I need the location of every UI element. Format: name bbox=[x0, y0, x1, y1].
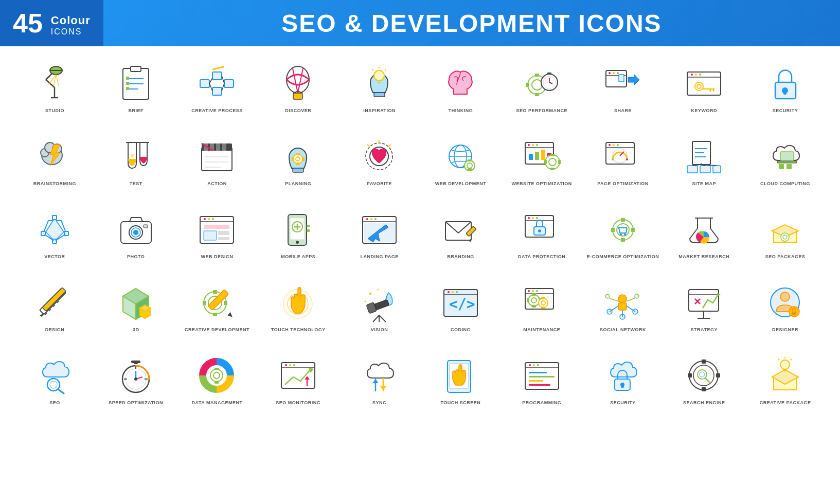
svg-rect-135 bbox=[700, 166, 710, 173]
icon-ecommerce-optimization[interactable]: E-COMMERCE OPTIMIZATION bbox=[584, 203, 663, 271]
thinking-icon bbox=[440, 63, 481, 104]
icon-sync[interactable]: SYNC bbox=[340, 349, 419, 417]
photo-label: PHOTO bbox=[127, 254, 145, 266]
icon-seo-packages[interactable]: SEO PACKAGES bbox=[746, 203, 825, 271]
svg-line-225 bbox=[373, 315, 379, 322]
icon-market-research[interactable]: MARKET RESEARCH bbox=[665, 203, 743, 271]
svg-point-237 bbox=[532, 290, 534, 292]
svg-point-220 bbox=[369, 293, 371, 295]
icon-programming[interactable]: PROGRAMMING bbox=[503, 349, 581, 417]
page-optimization-icon bbox=[602, 136, 644, 177]
icon-brainstorming[interactable]: BRAINSTORMING bbox=[15, 130, 94, 197]
inspiration-label: INSPIRATION bbox=[363, 108, 396, 120]
icon-page-optimization[interactable]: PAGE OPTIMIZATION bbox=[584, 130, 663, 197]
icon-seo-performance[interactable]: SEO PERFORMANCE bbox=[503, 57, 581, 124]
icon-studio[interactable]: STUDIO bbox=[15, 57, 94, 124]
svg-rect-290 bbox=[281, 363, 315, 388]
icon-branding[interactable]: BRANDING bbox=[421, 203, 500, 271]
svg-rect-271 bbox=[792, 312, 796, 315]
icons-container: STUDIO BRIEF bbox=[0, 46, 840, 427]
svg-point-160 bbox=[212, 218, 214, 220]
icon-seo-monitoring[interactable]: SEO MONITORING bbox=[259, 349, 337, 417]
icon-landing-page[interactable]: LANDING PAGE bbox=[340, 203, 419, 271]
icon-creative-development[interactable]: CREATIVE DEVELOPMENT bbox=[178, 276, 257, 344]
svg-rect-190 bbox=[621, 218, 625, 222]
icon-security[interactable]: SECURITY bbox=[746, 57, 825, 124]
icon-social-network[interactable]: SOCIAL NETWORK bbox=[584, 276, 663, 344]
seo-packages-icon bbox=[765, 209, 806, 250]
svg-point-238 bbox=[536, 290, 538, 292]
page-optimization-label: PAGE OPTIMIZATION bbox=[597, 181, 649, 193]
icon-touch-technology[interactable]: TOUCH TECHNOLOGY bbox=[259, 276, 337, 344]
icon-favorite[interactable]: FAVORITE bbox=[340, 130, 419, 197]
icon-data-protection[interactable]: DATA PROTECTION bbox=[503, 203, 581, 271]
search-engine-icon bbox=[684, 355, 725, 396]
icon-website-optimization[interactable]: WEBSITE OPTIMIZATION bbox=[503, 130, 581, 197]
icon-planning[interactable]: PLANNING bbox=[259, 130, 337, 197]
icon-share[interactable]: SHARE bbox=[584, 57, 663, 124]
icon-web-design[interactable]: WEB DESIGN bbox=[178, 203, 257, 271]
page-title: SEO & DEVELOPMENT ICONS bbox=[281, 9, 662, 38]
icon-coding[interactable]: </> CODING bbox=[421, 276, 500, 344]
designer-icon bbox=[765, 282, 806, 323]
svg-point-184 bbox=[532, 217, 534, 219]
icon-web-development[interactable]: WEB DEVELOPMENT bbox=[421, 130, 500, 197]
icon-design[interactable]: DESIGN bbox=[15, 276, 94, 344]
svg-rect-143 bbox=[779, 164, 784, 169]
icon-speed-optimization[interactable]: SPEED OPTIMIZATION bbox=[97, 349, 175, 417]
favorite-icon bbox=[359, 136, 400, 177]
icon-data-management[interactable]: DATA MANAGEMENT bbox=[178, 349, 257, 417]
icon-creative-package[interactable]: CREATIVE PACKAGE bbox=[746, 349, 825, 417]
icon-photo[interactable]: PHOTO bbox=[97, 203, 175, 271]
icon-mobile-apps[interactable]: MOBILE APPS bbox=[259, 203, 337, 271]
svg-point-196 bbox=[624, 233, 626, 236]
icon-security2[interactable]: SECURITY bbox=[584, 349, 663, 417]
icon-3d[interactable]: 3D bbox=[97, 276, 175, 344]
icons-label: ICONS bbox=[51, 27, 91, 37]
web-design-label: WEB DESIGN bbox=[201, 254, 233, 266]
icon-vector[interactable]: VECTOR bbox=[15, 203, 94, 271]
icon-designer[interactable]: DESIGNER bbox=[746, 276, 825, 344]
3d-label: 3D bbox=[133, 327, 139, 339]
planning-icon bbox=[278, 136, 319, 177]
brief-label: BRIEF bbox=[128, 108, 144, 120]
icon-creative-process[interactable]: CREATIVE PROCESS bbox=[178, 57, 257, 124]
svg-point-41 bbox=[532, 80, 542, 90]
discover-label: DISCOVER bbox=[285, 108, 311, 120]
svg-rect-317 bbox=[621, 385, 624, 388]
icon-discover[interactable]: DISCOVER bbox=[259, 57, 337, 124]
svg-rect-82 bbox=[222, 143, 226, 151]
svg-point-246 bbox=[541, 301, 545, 305]
brainstorming-icon bbox=[34, 136, 75, 177]
icon-cloud-computing[interactable]: CLOUD COMPUTING bbox=[746, 130, 825, 197]
svg-rect-321 bbox=[702, 387, 706, 391]
svg-point-108 bbox=[528, 144, 530, 146]
seo-monitoring-label: SEO MONITORING bbox=[276, 400, 320, 412]
icon-touch-screen[interactable]: TOUCH SCREEN bbox=[421, 349, 500, 417]
svg-rect-163 bbox=[218, 231, 229, 235]
creative-package-label: CREATIVE PACKAGE bbox=[760, 400, 811, 412]
icon-vision[interactable]: VISION bbox=[340, 276, 419, 344]
svg-point-177 bbox=[374, 218, 377, 220]
svg-point-269 bbox=[780, 292, 790, 301]
svg-line-2 bbox=[46, 80, 55, 87]
icon-site-map[interactable]: SITE MAP bbox=[665, 130, 743, 197]
svg-point-310 bbox=[537, 364, 539, 366]
keyword-label: KEYWORD bbox=[691, 108, 718, 120]
svg-rect-207 bbox=[42, 287, 66, 311]
icon-brief[interactable]: BRIEF bbox=[97, 57, 175, 124]
svg-rect-50 bbox=[547, 73, 551, 75]
svg-rect-81 bbox=[216, 143, 220, 151]
icon-inspiration[interactable]: INSPIRATION bbox=[340, 57, 419, 124]
icon-action[interactable]: ACTION bbox=[178, 130, 257, 197]
svg-rect-155 bbox=[144, 225, 148, 228]
svg-point-240 bbox=[531, 298, 537, 303]
icon-thinking[interactable]: THINKING bbox=[421, 57, 500, 124]
svg-point-185 bbox=[536, 217, 538, 219]
icon-keyword[interactable]: KEYWORD bbox=[665, 57, 743, 124]
icon-search-engine[interactable]: SEARCH ENGINE bbox=[665, 349, 743, 417]
icon-test[interactable]: TEST bbox=[97, 130, 175, 197]
icon-maintenance[interactable]: MAINTENANCE bbox=[503, 276, 581, 344]
icon-seo[interactable]: SEO bbox=[15, 349, 94, 417]
icon-strategy[interactable]: STRATEGY bbox=[665, 276, 743, 344]
